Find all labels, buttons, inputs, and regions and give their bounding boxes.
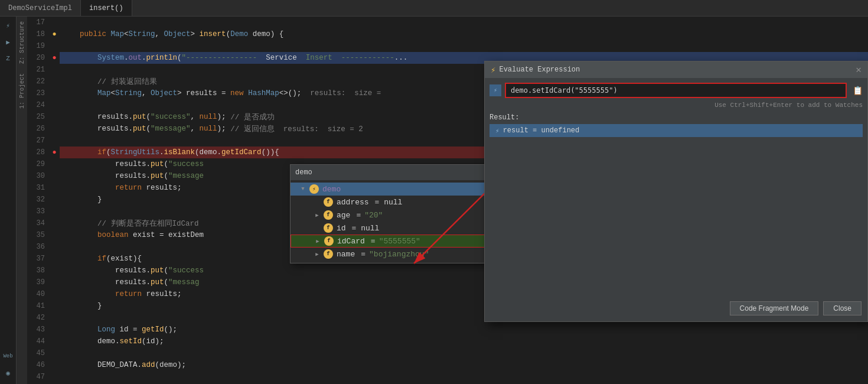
- line-numbers: 17 18● 19 20● 21 22 23 24 25 26 27 28● 2…: [27, 17, 60, 384]
- item-value-age-str: "20": [364, 211, 383, 220]
- tab-demoserviceimpl[interactable]: DemoServiceImpl: [0, 0, 81, 16]
- expand-icon-age[interactable]: ▶: [314, 212, 320, 218]
- eval-add-watch-button[interactable]: 📋: [853, 86, 863, 96]
- eval-dialog: ⚡ Evaluate Expression ✕ ⚡ demo.setIdCard…: [484, 61, 868, 322]
- eval-spacer: [485, 142, 867, 295]
- tab-bar: DemoServiceImpl insert(): [0, 0, 868, 17]
- sidebar-icon-bottom[interactable]: ◉: [2, 366, 15, 379]
- field-icon-demo: ⚡: [309, 184, 319, 194]
- item-label-age: age: [337, 211, 350, 220]
- field-icon-name: f: [324, 249, 333, 259]
- result-icon: ⚡: [495, 127, 500, 135]
- item-value-idcard: =: [371, 237, 376, 246]
- eval-code-fragment-button[interactable]: Code Fragment Mode: [730, 301, 819, 315]
- field-icon-address: f: [324, 197, 333, 207]
- item-label-id: id: [337, 224, 346, 233]
- eval-close-button[interactable]: ✕: [856, 64, 862, 76]
- tab-insert[interactable]: insert(): [81, 0, 132, 16]
- eval-title-text: Evaluate Expression: [499, 66, 580, 74]
- item-label-demo: demo: [322, 185, 341, 194]
- eval-result-row: ⚡ result = undefined: [490, 124, 863, 137]
- expand-icon-idcard[interactable]: ▶: [315, 238, 321, 244]
- code-line-46: DEMO_DATA.add(demo);: [60, 359, 868, 371]
- item-label-idcard: idCard: [337, 237, 365, 246]
- eval-body: ⚡ demo.setIdCard("5555555") 📋 Use Ctrl+S…: [485, 78, 867, 142]
- eval-debug-icon: ⚡: [490, 84, 501, 96]
- eval-input-row: ⚡ demo.setIdCard("5555555") 📋: [490, 83, 863, 98]
- vertical-labels: Z: Structure 1: Project: [17, 17, 27, 384]
- sidebar-icon-3[interactable]: Z: [2, 52, 15, 65]
- eval-result-value: result = undefined: [503, 126, 580, 135]
- code-line-47: [60, 371, 868, 383]
- expand-icon-name[interactable]: ▶: [314, 251, 320, 257]
- code-line-43: Long id = getId();: [60, 324, 868, 336]
- code-line-18: public Map<String, Object> insert(Demo d…: [60, 28, 868, 40]
- expand-icon-address: [314, 199, 320, 205]
- expand-icon[interactable]: ▼: [300, 186, 306, 192]
- code-content[interactable]: public Map<String, Object> insert(Demo d…: [60, 17, 868, 384]
- structure-label: Z: Structure: [18, 17, 27, 69]
- code-line-45: [60, 347, 868, 359]
- main-layout: ⚡ ▶ Z Web ◉ Z: Structure 1: Project 17 1…: [0, 17, 868, 384]
- eval-close-btn[interactable]: Close: [823, 301, 862, 315]
- item-value-id: = null: [352, 224, 380, 233]
- project-label: 1: Project: [18, 69, 27, 113]
- code-line-19: [60, 40, 868, 52]
- code-line-17: [60, 17, 868, 28]
- item-label-address: address: [337, 198, 369, 207]
- eval-expression-text: demo.setIdCard("5555555"): [511, 86, 618, 95]
- item-value-address: = null: [375, 198, 403, 207]
- popup-title: demo: [295, 168, 312, 177]
- eval-hint: Use Ctrl+Shift+Enter to add to Watches: [490, 102, 863, 109]
- sidebar-icon-1[interactable]: ⚡: [2, 19, 15, 32]
- expand-icon-id: [314, 225, 320, 231]
- editor-area: 17 18● 19 20● 21 22 23 24 25 26 27 28● 2…: [27, 17, 868, 384]
- item-value-name: =: [361, 250, 366, 259]
- left-sidebar: ⚡ ▶ Z Web ◉: [0, 17, 17, 384]
- code-line-44: demo.setId(id);: [60, 336, 868, 347]
- item-label-name: name: [337, 250, 355, 259]
- gutter: 17 18● 19 20● 21 22 23 24 25 26 27 28● 2…: [27, 17, 60, 384]
- eval-result-label: Result:: [490, 113, 863, 122]
- sidebar-icon-web[interactable]: Web: [2, 350, 15, 363]
- eval-title-bar: ⚡ Evaluate Expression ✕: [485, 61, 867, 78]
- field-icon-id: f: [324, 223, 333, 233]
- item-value-name-str: "bojiangzhou": [369, 250, 429, 259]
- field-icon-idcard: f: [324, 236, 334, 246]
- eval-footer: Code Fragment Mode Close: [485, 295, 867, 321]
- eval-expression-box[interactable]: demo.setIdCard("5555555"): [505, 83, 847, 98]
- eval-title: ⚡ Evaluate Expression: [491, 65, 580, 75]
- item-value-age: =: [356, 211, 361, 220]
- item-value-idcard-str: "5555555": [379, 237, 420, 246]
- eval-title-icon: ⚡: [491, 65, 495, 75]
- field-icon-age: f: [324, 210, 333, 220]
- sidebar-icon-2[interactable]: ▶: [2, 35, 15, 48]
